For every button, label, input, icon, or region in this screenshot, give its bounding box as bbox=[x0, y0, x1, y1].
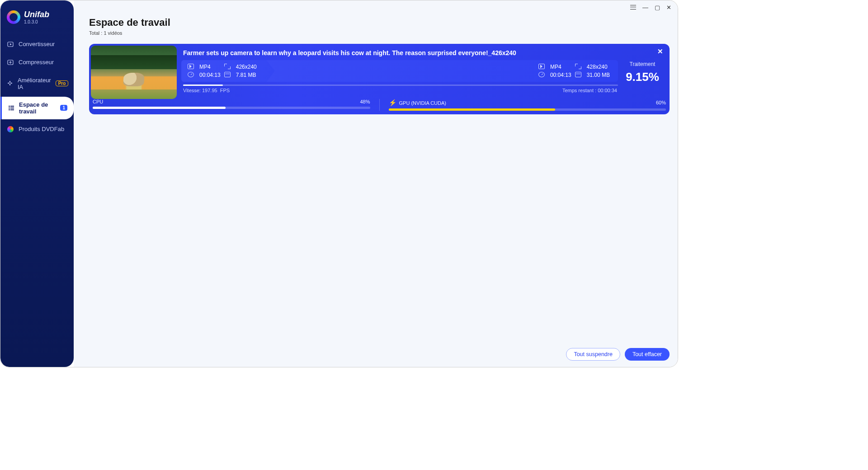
duration-icon bbox=[538, 72, 545, 77]
main-area: — ▢ ✕ Espace de travail Total : 1 vidéos… bbox=[74, 0, 678, 367]
gpu-meter: ⚡GPU (NVIDIA CUDA) 60% bbox=[389, 99, 666, 111]
cpu-meter: CPU 48% bbox=[93, 99, 370, 109]
app-name: Unifab bbox=[24, 10, 49, 19]
window-controls: — ▢ ✕ bbox=[630, 4, 671, 11]
resource-meters: CPU 48% ⚡GPU (NVIDIA CUDA) 60% bbox=[91, 99, 668, 111]
svg-rect-2 bbox=[9, 106, 10, 107]
sidebar-item-dvdfab-products[interactable]: Produits DVDFab bbox=[0, 121, 74, 137]
status-percent: 9.15% bbox=[626, 70, 659, 84]
time-remaining-text: Temps restant : 00:00:34 bbox=[562, 88, 617, 93]
format-icon bbox=[538, 64, 545, 69]
source-format: MP4 bbox=[199, 64, 221, 70]
sidebar-item-workspace[interactable]: Espace de travail 1 bbox=[0, 97, 74, 119]
task-title: Farmer sets up camera to learn why a leo… bbox=[183, 49, 618, 56]
sidebar-item-label: Améliorateur IA bbox=[18, 77, 51, 90]
minimize-button[interactable]: — bbox=[642, 4, 648, 11]
brand: Unifab 1.0.3.0 bbox=[0, 6, 74, 33]
target-size: 31.00 MB bbox=[587, 72, 610, 78]
sidebar-item-converter[interactable]: Convertisseur bbox=[0, 36, 74, 52]
svg-rect-6 bbox=[9, 109, 10, 110]
status-label: Traitement bbox=[630, 61, 656, 67]
size-icon bbox=[575, 72, 581, 77]
suspend-all-button[interactable]: Tout suspendre bbox=[566, 348, 620, 361]
sidebar-item-ai-enhancer[interactable]: Améliorateur IA Pro bbox=[0, 72, 74, 95]
sidebar-item-label: Convertisseur bbox=[19, 41, 55, 47]
clear-all-button[interactable]: Tout effacer bbox=[625, 348, 670, 361]
source-resolution: 426x240 bbox=[236, 64, 257, 70]
sidebar-item-label: Produits DVDFab bbox=[19, 126, 64, 132]
bolt-icon: ⚡ bbox=[389, 99, 396, 106]
format-icon bbox=[188, 64, 194, 69]
svg-rect-7 bbox=[10, 109, 14, 110]
page-header: Espace de travail Total : 1 vidéos bbox=[74, 0, 678, 36]
hamburger-icon bbox=[630, 5, 636, 9]
page-title: Espace de travail bbox=[89, 17, 662, 28]
maximize-button[interactable]: ▢ bbox=[655, 4, 660, 11]
target-duration: 00:04:13 bbox=[550, 72, 571, 78]
speed-row: Vitesse: 197.95 FPS Temps restant : 00:0… bbox=[181, 88, 618, 93]
sidebar: Unifab 1.0.3.0 Convertisseur Compresseur bbox=[0, 0, 74, 367]
compress-icon bbox=[7, 59, 14, 66]
workspace-count-badge: 1 bbox=[60, 105, 67, 111]
svg-rect-3 bbox=[10, 106, 14, 107]
menu-button[interactable] bbox=[630, 4, 636, 11]
source-size: 7.81 MB bbox=[236, 72, 257, 78]
svg-rect-4 bbox=[9, 108, 10, 108]
page-subtitle: Total : 1 vidéos bbox=[89, 30, 662, 36]
formats-row: MP4 426x240 00:04:13 7.81 MB bbox=[181, 60, 618, 82]
resolution-icon bbox=[575, 64, 581, 69]
source-duration: 00:04:13 bbox=[199, 72, 221, 78]
cpu-value: 48% bbox=[360, 99, 370, 104]
sidebar-item-label: Espace de travail bbox=[19, 101, 56, 115]
play-box-icon bbox=[7, 41, 14, 48]
gpu-value: 60% bbox=[656, 100, 666, 105]
duration-icon bbox=[188, 72, 194, 77]
target-resolution: 428x240 bbox=[587, 64, 610, 70]
size-icon bbox=[224, 72, 231, 77]
gpu-label: GPU (NVIDIA CUDA) bbox=[399, 100, 447, 106]
app-logo-icon bbox=[7, 10, 20, 24]
resolution-icon bbox=[224, 64, 231, 69]
task-close-button[interactable]: ✕ bbox=[657, 47, 663, 56]
dvdfab-icon bbox=[7, 126, 14, 133]
sparkle-icon bbox=[7, 80, 13, 87]
sidebar-item-label: Compresseur bbox=[19, 59, 54, 66]
speed-text: Vitesse: 197.95 FPS bbox=[183, 88, 230, 93]
sidebar-item-compressor[interactable]: Compresseur bbox=[0, 54, 74, 70]
sidebar-nav: Convertisseur Compresseur Améliorateur I… bbox=[0, 36, 74, 137]
task-progress-bar bbox=[183, 85, 618, 86]
meter-divider bbox=[379, 99, 380, 111]
close-button[interactable]: ✕ bbox=[666, 4, 671, 11]
pro-badge: Pro bbox=[56, 80, 69, 86]
source-format-block: MP4 426x240 00:04:13 7.81 MB bbox=[183, 60, 275, 82]
video-thumbnail[interactable] bbox=[91, 46, 177, 99]
list-icon bbox=[8, 104, 14, 112]
task-card: ✕ Farmer sets up camera to learn why a l… bbox=[89, 44, 670, 114]
cpu-label: CPU bbox=[93, 99, 103, 104]
target-format: MP4 bbox=[550, 64, 571, 70]
svg-rect-5 bbox=[10, 108, 14, 108]
target-format-block: MP4 428x240 00:04:13 31.00 MB bbox=[529, 64, 618, 78]
app-version: 1.0.3.0 bbox=[24, 19, 49, 24]
footer-actions: Tout suspendre Tout effacer bbox=[566, 348, 670, 361]
